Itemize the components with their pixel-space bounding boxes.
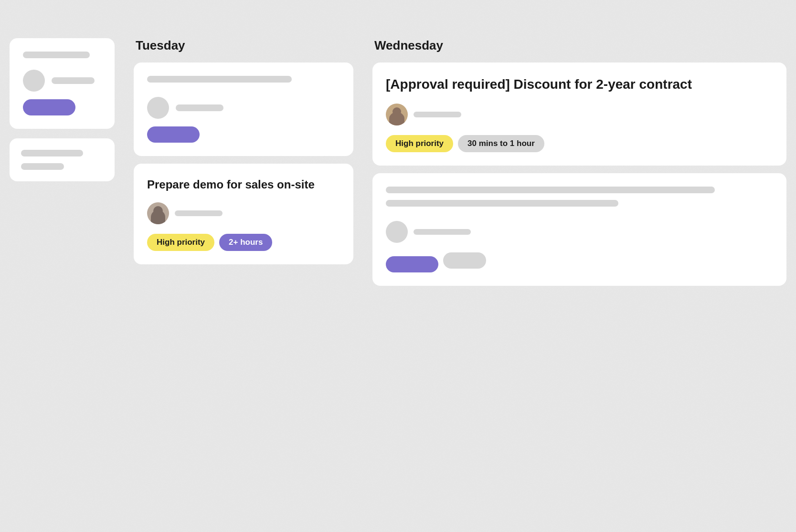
assignee-row (386, 104, 773, 125)
wednesday-column: Wednesday [Approval required] Discount f… (363, 38, 796, 532)
avatar-placeholder (23, 70, 45, 92)
tuesday-header: Tuesday (134, 38, 353, 53)
purple-pill (147, 126, 200, 143)
placeholder-bar (23, 52, 90, 58)
assignee-name-placeholder (414, 112, 461, 117)
placeholder-bar (21, 163, 64, 170)
avatar (147, 202, 169, 224)
wednesday-card-1[interactable]: [Approval required] Discount for 2-year … (372, 63, 786, 166)
purple-pill (23, 99, 75, 115)
placeholder-bar (21, 150, 83, 156)
high-priority-tag: High priority (386, 135, 453, 152)
assignee-name-placeholder (414, 229, 471, 235)
tags-row (386, 252, 773, 272)
avatar-placeholder (386, 221, 408, 243)
duration-tag: 30 mins to 1 hour (458, 135, 544, 152)
assignee-row (386, 221, 773, 243)
tuesday-card-2[interactable]: Prepare demo for sales on-site High prio… (134, 164, 353, 264)
left-card-2 (10, 138, 115, 181)
assignee-row (147, 202, 340, 224)
duration-tag: 2+ hours (219, 234, 272, 251)
high-priority-tag: High priority (147, 234, 214, 251)
placeholder-bar (147, 76, 292, 83)
tuesday-column: Tuesday Prepare demo for sales on-site H… (124, 38, 363, 532)
placeholder-bar (386, 200, 618, 207)
tuesday-card-1[interactable] (134, 63, 353, 156)
left-card-1 (10, 38, 115, 129)
placeholder-bar (386, 187, 715, 193)
placeholder-bar (176, 104, 223, 111)
left-column (0, 38, 124, 532)
tags-row: High priority 2+ hours (147, 234, 340, 251)
assignee-name-placeholder (175, 210, 223, 216)
placeholder-tag (443, 252, 486, 269)
task-title: [Approval required] Discount for 2-year … (386, 76, 773, 93)
wednesday-header: Wednesday (372, 38, 786, 53)
avatar (386, 104, 408, 125)
purple-pill (386, 256, 438, 272)
tags-row: High priority 30 mins to 1 hour (386, 135, 773, 152)
task-title: Prepare demo for sales on-site (147, 177, 340, 192)
wednesday-card-2[interactable] (372, 173, 786, 286)
avatar-placeholder (147, 97, 169, 119)
placeholder-bar (52, 77, 95, 84)
